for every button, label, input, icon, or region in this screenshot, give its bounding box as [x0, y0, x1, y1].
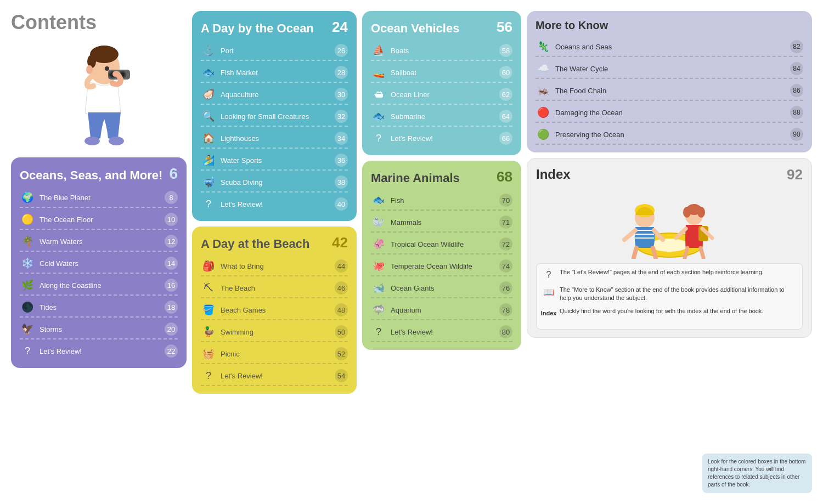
toc-icon: 🪣: [201, 302, 216, 318]
toc-page: 10: [165, 213, 178, 226]
list-item: 🦅 Storms 20: [20, 320, 178, 339]
list-item: 🟢 Preserving the Ocean 90: [535, 125, 803, 145]
toc-label: Submarine: [391, 112, 495, 121]
svg-point-23: [683, 207, 691, 218]
toc-icon: 🐋: [371, 280, 386, 296]
toc-icon: 🧺: [201, 346, 216, 361]
toc-page: 20: [165, 322, 178, 336]
list-item: 🟡 The Ocean Floor 10: [20, 210, 178, 230]
toc-icon: ?: [20, 343, 35, 359]
index-card: Index 92: [527, 158, 812, 338]
oceans-toc-list: 🌍 The Blue Planet 8 🟡 The Ocean Floor 10…: [20, 188, 178, 360]
toc-page: 88: [790, 106, 803, 119]
day-ocean-list: ⚓ Port 26 🐟 Fish Market 28 🦪 Aquaculture…: [201, 41, 348, 213]
day-ocean-card: A Day by the Ocean 24 ⚓ Port 26 🐟 Fish M…: [192, 11, 357, 221]
mascot-figure: [63, 42, 134, 152]
list-item: 🐟 Fish Market 28: [201, 63, 348, 83]
toc-page: 40: [335, 197, 348, 211]
toc-label: Let's Review!: [221, 372, 330, 380]
toc-page: 71: [499, 216, 512, 229]
toc-page: 62: [499, 88, 512, 101]
list-item: 🦑 Tropical Ocean Wildlife 72: [371, 235, 512, 254]
info-item-review: ? The "Let's Review!" pages at the end o…: [542, 268, 797, 281]
list-item: 🔍 Looking for Small Creatures 32: [201, 107, 348, 127]
list-item: ? Let's Review! 54: [201, 366, 348, 386]
list-item: ⛏ The Beach 46: [201, 279, 348, 298]
toc-label: Fish: [391, 196, 495, 205]
more-to-know-list: 🦎 Oceans and Seas 82 ☁️ The Water Cycle …: [535, 37, 803, 145]
toc-icon: 🦪: [201, 87, 216, 102]
toc-icon: ?: [201, 196, 216, 212]
toc-label: Oceans and Seas: [555, 43, 786, 51]
toc-page: 66: [499, 132, 512, 145]
toc-label: Picnic: [221, 350, 330, 358]
toc-page: 14: [165, 257, 178, 270]
toc-icon: 🛳: [371, 87, 386, 102]
toc-label: Looking for Small Creatures: [221, 112, 330, 121]
list-item: ? Let's Review! 40: [201, 195, 348, 213]
toc-page: 74: [499, 259, 512, 273]
info-more-text: The "More to Know" section at the end of…: [560, 286, 797, 303]
toc-page: 8: [165, 191, 178, 204]
toc-label: Lighthouses: [221, 134, 330, 143]
toc-label: Temperate Ocean Wildlife: [391, 262, 495, 270]
toc-icon: 🦎: [535, 39, 551, 54]
index-icon: Index: [542, 307, 555, 320]
day-beach-title: A Day at the Beach: [201, 237, 309, 251]
toc-page: 34: [335, 132, 348, 145]
svg-point-11: [109, 137, 124, 145]
list-item: 🐋 Ocean Giants 76: [371, 279, 512, 298]
index-illustration: [536, 188, 803, 259]
toc-page: 44: [335, 259, 348, 273]
info-review-text: The "Let's Review!" pages at the end of …: [560, 268, 797, 281]
index-title: Index: [536, 167, 571, 183]
marine-animals-title: Marine Animals: [371, 171, 460, 185]
ocean-vehicles-card: Ocean Vehicles 56 ⛵ Boats 58 🚤 Sailboat …: [362, 11, 521, 155]
toc-icon: 🐙: [371, 258, 386, 274]
toc-icon: 🏠: [201, 131, 216, 146]
toc-icon: 🟢: [535, 127, 551, 142]
svg-point-24: [697, 207, 705, 218]
oceans-card-title: Oceans, Seas, and More!: [20, 168, 162, 183]
toc-label: The Blue Planet: [40, 194, 160, 202]
list-item: 🌑 Tides 18: [20, 298, 178, 318]
list-item: ⛵ Boats 58: [371, 41, 512, 61]
toc-icon: ⛏: [201, 280, 216, 296]
toc-page: 82: [790, 40, 803, 53]
svg-point-3: [105, 66, 109, 71]
day-beach-number: 42: [332, 234, 348, 251]
list-item: 🌍 The Blue Planet 8: [20, 188, 178, 208]
list-item: 🔴 Damaging the Ocean 88: [535, 103, 803, 123]
toc-label: Ocean Giants: [391, 284, 495, 292]
list-item: 🦗 The Food Chain 86: [535, 81, 803, 101]
toc-label: What to Bring: [221, 262, 330, 270]
toc-label: Port: [221, 47, 330, 55]
toc-label: Let's Review!: [221, 200, 330, 208]
day-ocean-header: A Day by the Ocean 24: [201, 19, 348, 36]
list-item: 🤿 Scuba Diving 38: [201, 173, 348, 192]
toc-label: Swimming: [221, 328, 330, 336]
list-item: 🌴 Warm Waters 12: [20, 232, 178, 252]
toc-icon: 🦑: [371, 236, 386, 252]
toc-icon: 🌑: [20, 299, 35, 315]
toc-icon: 🤿: [201, 174, 216, 190]
toc-icon: 🦅: [20, 321, 35, 337]
toc-label: Cold Waters: [40, 259, 160, 268]
toc-label: Water Sports: [221, 156, 330, 165]
info-box: ? The "Let's Review!" pages at the end o…: [536, 263, 803, 330]
toc-icon: ❄️: [20, 256, 35, 271]
toc-page: 48: [335, 303, 348, 316]
toc-label: Mammals: [391, 218, 495, 226]
more-to-know-title: More to Know: [535, 19, 608, 32]
toc-icon: 🟡: [20, 212, 35, 227]
list-item: 🧺 Picnic 52: [201, 344, 348, 364]
toc-icon: ☁️: [535, 61, 551, 76]
list-item: 🐙 Temperate Ocean Wildlife 74: [371, 257, 512, 276]
toc-page: 52: [335, 347, 348, 360]
toc-label: The Beach: [221, 284, 330, 292]
toc-icon: 🔴: [535, 105, 551, 120]
toc-label: Aquarium: [391, 306, 495, 314]
list-item: ⚓ Port 26: [201, 41, 348, 61]
toc-label: Beach Games: [221, 306, 330, 314]
list-item: 🛳 Ocean Liner 62: [371, 85, 512, 105]
